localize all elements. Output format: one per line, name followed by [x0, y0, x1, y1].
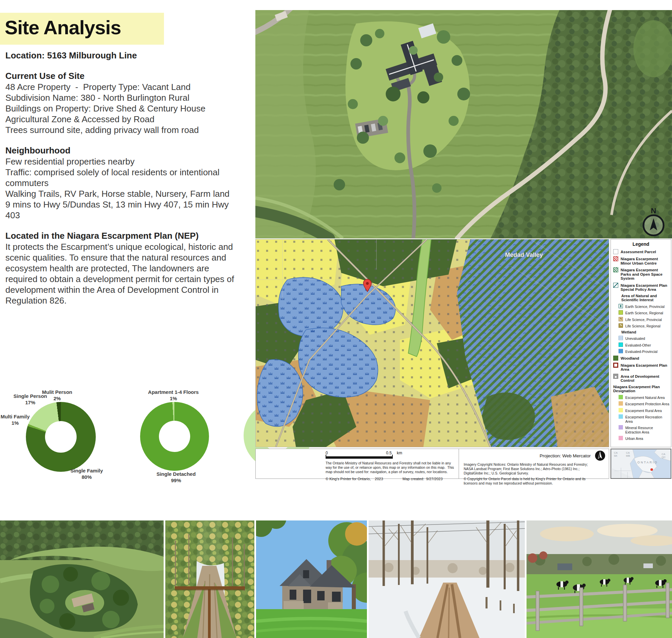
legend-item: Niagara Escarpment Minor Urban Centre [613, 256, 669, 265]
legend-item: Escarpment Recreation Area [619, 414, 669, 423]
swatch-parks-open-space [613, 267, 618, 272]
zoning-map-image: Medad Valley [256, 239, 609, 447]
map-disclaimer: The Ontario Ministry of Natural Resource… [326, 461, 457, 474]
legend-group-heading: Area of Natural and Scientific Interest [621, 294, 669, 302]
swatch-escarpment-recreation [619, 414, 623, 419]
legend-item: Escarpment Protection Area [619, 401, 669, 406]
map-copyright: © King's Printer for Ontario, 2023 [326, 477, 383, 481]
north-arrow-icon [595, 450, 605, 461]
svg-text:N: N [651, 206, 656, 215]
photo-strip [0, 520, 672, 638]
section-heading: Current Use of Site [5, 71, 243, 81]
text-line: 48 Acre Property - Property Type: Vacant… [5, 82, 243, 93]
ontario-locator-map: CA SK CA MB CA QC ONTARIO [610, 449, 671, 479]
swatch-wetland-unevaluated [619, 336, 623, 340]
photo-tree-lined-driveway [165, 520, 255, 638]
swatch-earth-science-provincial [619, 304, 623, 308]
map-footer: 0 0.5 km The Ontario Ministry of Natural… [255, 449, 609, 479]
imagery-copyright: Imagery Copyright Notices: Ontario Minis… [464, 463, 598, 475]
swatch-escarpment-protection [619, 401, 623, 406]
inset-label-qc: CA QC [661, 453, 666, 459]
legend-item: Evaluated-Other [619, 342, 669, 348]
nep-paragraph: It protects the Escarpment’s unique ecol… [5, 241, 243, 306]
inset-label-ontario: ONTARIO [637, 461, 658, 464]
legend-group-heading: Niagara Escarpment Plan Designation [613, 385, 669, 393]
scale-bar-rule [326, 456, 393, 459]
site-analysis-slide: Site Analysis Location: 5163 Milburough … [0, 0, 672, 638]
donut-hole [45, 421, 77, 453]
legend-item: Urban Area [619, 436, 669, 441]
section-nep: Located in the Niagara Escarpment Plan (… [5, 231, 243, 306]
swatch-development-control [613, 374, 618, 379]
scale-bar: 0 0.5 km [326, 451, 413, 460]
swatch-earth-science-regional [619, 310, 623, 315]
section-heading: Located in the Niagara Escarpment Plan (… [5, 231, 243, 241]
legend-item: Assessment Parcel [613, 249, 669, 254]
summary-text: Location: 5163 Milburough Line Current U… [5, 50, 243, 306]
text-line: Agricultural Zone & Accessed by Road [5, 114, 243, 124]
map-footer-right: Projection: Web Mercator Imagery Copyrig… [459, 449, 609, 479]
section-neighbourhood: Neighbourhood Few residential properties… [5, 146, 243, 221]
map-place-label: Medad Valley [505, 252, 543, 258]
legend-item: Woodland [613, 356, 669, 360]
location-line: Location: 5163 Milburough Line [5, 50, 243, 61]
aerial-image: N [255, 10, 672, 238]
swatch-minor-urban-centre [613, 256, 618, 261]
text-line: Trees surround site, adding privacy wall… [5, 124, 243, 135]
section-current-use: Current Use of Site 48 Acre Property - P… [5, 71, 243, 135]
photo-house [256, 520, 367, 638]
legend-title: Legend [612, 241, 669, 247]
chart-label-single-detached: Single Detached99% [149, 471, 203, 484]
swatch-escarpment-rural [619, 408, 623, 412]
inset-label-mb: CA MB [626, 451, 630, 457]
text-line: Subdivision Name: 380 - North Burlington… [5, 93, 243, 103]
photo-aerial-property [0, 520, 164, 638]
chart-label-single-family: Single Family80% [65, 467, 109, 480]
legend-item: Evaluated-Provincial [619, 349, 669, 354]
legend-item: Life Science, Provincial [619, 317, 669, 322]
nep-zoning-map: Medad Valley [255, 239, 609, 447]
legend-item: Earth Science, Regional [619, 310, 669, 315]
section-heading: Neighbourhood [5, 146, 243, 156]
swatch-special-policy [613, 283, 618, 288]
location-dot [651, 468, 653, 471]
chart-label-single-person: Single Person17% [9, 393, 52, 406]
donut-household-composition [26, 402, 96, 472]
text-line: Buildings on Property: Drive Shed & Cent… [5, 103, 243, 114]
legend-item: Niagara Escarpment Parks and Open Space … [613, 267, 669, 281]
swatch-wetland-evaluated-other [619, 342, 623, 347]
legend-item: Area of Development Control [613, 374, 669, 383]
chart-label-apartment: Apartment 1-4 Floors1% [143, 389, 203, 402]
map-projection: Projection: Web Mercator [540, 453, 591, 458]
text-line: Few residential properties nearby [5, 156, 243, 167]
parcel-copyright: © Copyright for Ontario Parcel data is h… [464, 477, 598, 486]
legend-item: Escarpment Natural Area [619, 395, 669, 400]
swatch-woodland [613, 356, 618, 360]
legend-item: Life Science, Regional [619, 323, 669, 329]
text-line: 9 mins to Hwy 5/Dundas St, 13 min Hwy 40… [5, 199, 243, 221]
aerial-site-rendering: N [255, 10, 672, 238]
swatch-life-science-regional [619, 323, 623, 328]
chart-label-multi-family: Multi Family1% [0, 413, 30, 426]
donut-hole [159, 421, 190, 452]
legend-item: Earth Science, Provincial [619, 304, 669, 309]
donut-dwelling-type [140, 402, 209, 471]
swatch-escarpment-natural [619, 395, 623, 399]
title-highlight: Site Analysis [0, 13, 164, 45]
legend-item: Niagara Escarpment Plan Special Policy A… [613, 283, 669, 292]
legend-item: Niagara Escarpment Plan Area [613, 363, 669, 372]
text-line: Traffic: comprised solely of local resid… [5, 167, 243, 188]
swatch-mineral-extraction [619, 425, 623, 430]
text-line: Walking Trails, RV Park, Horse stable, N… [5, 188, 243, 199]
swatch-nep-plan-area [613, 363, 618, 368]
swatch-life-science-provincial [619, 317, 623, 321]
legend-item: Escarpment Rural Area [619, 408, 669, 413]
swatch-assessment-parcel [613, 249, 618, 254]
swatch-urban-area [619, 436, 623, 440]
legend-group-heading: Wetland [621, 330, 669, 334]
map-created-date: Map created: 9/27/2023 [403, 477, 443, 481]
legend-item: Unevaluated [619, 336, 669, 341]
photo-pasture-cows [526, 520, 672, 638]
map-legend: Legend Assessment Parcel Niagara Escarpm… [610, 239, 671, 447]
map-footer-left: 0 0.5 km The Ontario Ministry of Natural… [256, 449, 459, 479]
